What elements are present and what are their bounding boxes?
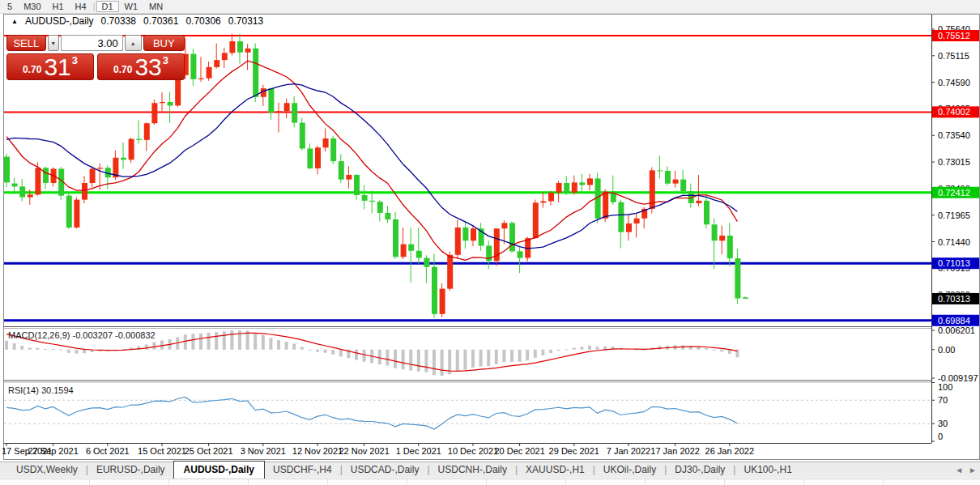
tab-usdx-weekly[interactable]: USDX,Weekly — [8, 462, 86, 478]
svg-text:3 Nov 2021: 3 Nov 2021 — [241, 446, 286, 456]
date-axis[interactable]: 17 Sep 202127 Sep 20216 Oct 202115 Oct 2… — [2, 444, 754, 456]
timeframe-mn[interactable]: MN — [143, 1, 168, 12]
chart-window-header: ▲ AUDUSD-,Daily 0.70338 0.70361 0.70306 … — [11, 15, 263, 27]
volume-decrease-button[interactable]: ▼ — [48, 35, 59, 51]
status-strip — [0, 479, 980, 485]
timeframe-m30[interactable]: M30 — [18, 1, 46, 12]
svg-text:17 Jan 2022: 17 Jan 2022 — [650, 446, 700, 456]
rsi-indicator-label: RSI(14) 30.1594 — [8, 385, 74, 395]
chart-title: AUDUSD-,Daily — [25, 15, 94, 27]
tab-scroll-left-icon[interactable]: ◄ — [955, 466, 963, 474]
timeframe-d1[interactable]: D1 — [96, 1, 119, 12]
sell-price-point: 3 — [72, 54, 78, 66]
macd-indicator-label: MACD(12,26,9) -0.003207 -0.000832 — [8, 330, 156, 340]
sell-button[interactable]: SELL — [6, 35, 46, 51]
toolbar-separator: | — [93, 2, 96, 11]
timeframe-5[interactable]: 5 — [2, 1, 18, 12]
tab-usdchf-h4[interactable]: USDCHF-,H4 — [265, 462, 340, 478]
svg-text:22 Nov 2021: 22 Nov 2021 — [339, 446, 389, 456]
tab-usdcad-daily[interactable]: USDCAD-,Daily — [343, 462, 428, 478]
timeframe-h1[interactable]: H1 — [47, 1, 70, 12]
svg-text:0.73540: 0.73540 — [938, 130, 970, 140]
svg-text:30: 30 — [938, 419, 948, 428]
ohlc-close: 0.70313 — [228, 15, 263, 27]
svg-text:0.74002: 0.74002 — [938, 107, 970, 117]
svg-text:0.75115: 0.75115 — [938, 51, 969, 61]
svg-text:10 Dec 2021: 10 Dec 2021 — [448, 446, 498, 456]
svg-text:70: 70 — [938, 395, 948, 405]
svg-text:6 Oct 2021: 6 Oct 2021 — [86, 446, 130, 456]
buy-price-display[interactable]: 0.70 33 3 — [97, 53, 185, 80]
svg-text:0.71013: 0.71013 — [938, 258, 970, 268]
svg-text:0.71965: 0.71965 — [938, 211, 970, 220]
svg-text:0.00: 0.00 — [938, 345, 955, 355]
collapse-icon[interactable]: ▲ — [11, 18, 18, 25]
timeframe-w1[interactable]: W1 — [119, 1, 144, 12]
svg-text:1 Dec 2021: 1 Dec 2021 — [396, 446, 441, 456]
timeframe-h4[interactable]: H4 — [70, 1, 92, 12]
buy-button[interactable]: BUY — [143, 35, 185, 51]
svg-text:20 Dec 2021: 20 Dec 2021 — [494, 446, 544, 456]
volume-increase-button[interactable]: ▲ — [125, 35, 142, 51]
timeframe-toolbar: 5M30H1H4|D1W1MN — [0, 0, 980, 14]
svg-text:0.71440: 0.71440 — [938, 237, 970, 247]
tab-dj30-daily[interactable]: DJ30-,Daily — [667, 462, 733, 478]
svg-text:25 Oct 2021: 25 Oct 2021 — [185, 446, 233, 456]
svg-text:0.72412: 0.72412 — [938, 188, 970, 198]
volume-input[interactable] — [61, 35, 123, 51]
chevron-up-icon: ▲ — [130, 40, 136, 46]
svg-text:27 Sep 2021: 27 Sep 2021 — [28, 446, 78, 456]
one-click-trade-panel: SELL ▼ ▲ BUY 0.70 31 3 0.70 33 3 — [6, 35, 185, 80]
symbol-tab-bar: USDX,Weekly|EURUSD-,DailyAUDUSD-,DailyUS… — [0, 462, 980, 478]
svg-text:12 Nov 2021: 12 Nov 2021 — [292, 446, 343, 456]
ohlc-open: 0.70338 — [101, 15, 136, 27]
ohlc-high: 0.70361 — [143, 15, 178, 27]
tab-eurusd-daily[interactable]: EURUSD-,Daily — [88, 462, 173, 478]
svg-text:0.74590: 0.74590 — [938, 78, 970, 87]
tab-xauusd-h1[interactable]: XAUUSD-,H1 — [518, 462, 593, 478]
svg-text:7 Jan 2022: 7 Jan 2022 — [607, 446, 650, 456]
tab-ukoil-daily[interactable]: UKOil-,Daily — [595, 462, 664, 478]
sell-price-display[interactable]: 0.70 31 3 — [6, 53, 94, 80]
svg-text:0.69884: 0.69884 — [938, 316, 970, 325]
chevron-down-icon: ▼ — [50, 40, 56, 46]
tab-scroll-buttons: ◄ ► — [955, 466, 977, 474]
tab-usdcnh-daily[interactable]: USDCNH-,Daily — [430, 462, 515, 478]
svg-text:100: 100 — [938, 382, 952, 392]
buy-price-base: 0.70 — [113, 64, 132, 75]
sell-price-pips: 31 — [44, 55, 70, 79]
buy-price-point: 3 — [163, 54, 168, 66]
ohlc-low: 0.70306 — [185, 15, 220, 27]
svg-text:0.73015: 0.73015 — [938, 157, 970, 167]
svg-text:0.006201: 0.006201 — [938, 325, 975, 335]
svg-text:0.70313: 0.70313 — [938, 294, 970, 304]
svg-text:15 Oct 2021: 15 Oct 2021 — [138, 446, 186, 456]
tab-audusd-daily[interactable]: AUDUSD-,Daily — [173, 461, 265, 479]
buy-price-pips: 33 — [134, 55, 161, 79]
tab-scroll-right-icon[interactable]: ► — [969, 466, 977, 474]
tab-uk100-h1[interactable]: UK100-,H1 — [735, 462, 799, 478]
svg-text:29 Dec 2021: 29 Dec 2021 — [549, 446, 599, 456]
svg-text:26 Jan 2022: 26 Jan 2022 — [705, 446, 755, 456]
svg-text:0.75512: 0.75512 — [938, 31, 970, 40]
sell-price-base: 0.70 — [23, 64, 41, 75]
svg-text:0: 0 — [938, 432, 943, 441]
